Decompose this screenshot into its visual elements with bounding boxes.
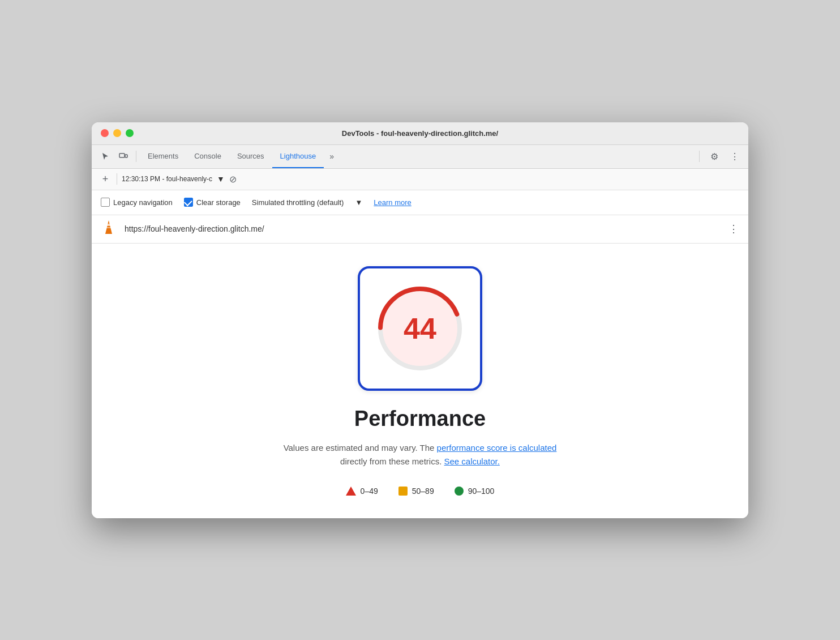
tabs-right-icons: ⚙ ⋮ <box>696 147 744 165</box>
description-text-start: Values are estimated and may vary. The <box>284 443 437 453</box>
legend-range-green: 90–100 <box>468 487 495 496</box>
tab-separator-2 <box>699 151 700 162</box>
svg-rect-0 <box>119 153 125 157</box>
performance-description: Values are estimated and may vary. The p… <box>284 441 557 468</box>
url-more-button[interactable]: ⋮ <box>728 223 739 235</box>
orange-square-icon <box>398 487 408 496</box>
audit-timestamp: 12:30:13 PM - foul-heavenly-c <box>122 175 212 183</box>
performance-score-link[interactable]: performance score is calculated <box>437 443 557 453</box>
tabs-overflow-button[interactable]: » <box>324 152 340 161</box>
description-text-mid: directly from these metrics. <box>340 456 444 466</box>
legend-item-green: 90–100 <box>455 487 495 496</box>
legacy-navigation-checkbox[interactable]: Legacy navigation <box>101 198 173 207</box>
score-gauge-container: 44 <box>358 266 482 391</box>
svg-rect-4 <box>106 227 111 228</box>
cursor-icon[interactable] <box>96 147 114 165</box>
red-triangle-icon <box>346 487 356 496</box>
score-gauge: 44 <box>358 266 482 391</box>
legend-range-orange: 50–89 <box>412 487 434 496</box>
device-toggle-icon[interactable] <box>114 147 132 165</box>
legend-range-red: 0–49 <box>361 487 378 496</box>
devtools-window: DevTools - foul-heavenly-direction.glitc… <box>92 122 748 518</box>
title-bar: DevTools - foul-heavenly-direction.glitc… <box>92 122 748 145</box>
score-legend: 0–49 50–89 90–100 <box>346 487 495 496</box>
see-calculator-link[interactable]: See calculator. <box>444 456 499 466</box>
toolbar-separator <box>117 173 117 185</box>
main-content: 44 Performance Values are estimated and … <box>92 244 748 518</box>
throttling-label: Simulated throttling (default) <box>252 198 344 207</box>
url-row: https://foul-heavenly-direction.glitch.m… <box>92 215 748 244</box>
add-audit-button[interactable]: + <box>98 173 112 185</box>
svg-rect-3 <box>107 224 110 226</box>
performance-title: Performance <box>354 407 486 431</box>
lighthouse-logo-icon <box>101 219 117 238</box>
traffic-lights <box>101 129 134 137</box>
maximize-button[interactable] <box>126 129 134 137</box>
clear-storage-checkbox[interactable]: Clear storage <box>184 198 241 207</box>
audit-url: https://foul-heavenly-direction.glitch.m… <box>125 224 721 233</box>
devtools-tabs-bar: Elements Console Sources Lighthouse » ⚙ … <box>92 145 748 169</box>
tab-elements[interactable]: Elements <box>140 144 186 168</box>
tab-console[interactable]: Console <box>186 144 229 168</box>
legend-item-orange: 50–89 <box>398 487 434 496</box>
toolbar-row: + 12:30:13 PM - foul-heavenly-c ▼ ⊘ <box>92 169 748 190</box>
audit-dropdown-button[interactable]: ▼ <box>217 174 225 184</box>
window-title: DevTools - foul-heavenly-direction.glitc… <box>342 129 498 138</box>
block-requests-icon[interactable]: ⊘ <box>229 174 237 185</box>
clear-storage-label: Clear storage <box>196 198 241 207</box>
green-circle-icon <box>455 487 464 496</box>
score-circle: 44 <box>375 283 465 374</box>
learn-more-link[interactable]: Learn more <box>374 198 411 207</box>
legacy-nav-checkbox-box[interactable] <box>101 198 110 207</box>
legacy-nav-label: Legacy navigation <box>113 198 173 207</box>
clear-storage-checkbox-box[interactable] <box>184 198 193 207</box>
tab-separator-1 <box>136 151 136 162</box>
legend-item-red: 0–49 <box>346 487 378 496</box>
options-row: Legacy navigation Clear storage Simulate… <box>92 190 748 215</box>
more-vert-icon[interactable]: ⋮ <box>726 147 744 165</box>
tab-lighthouse[interactable]: Lighthouse <box>272 144 324 168</box>
svg-rect-1 <box>125 155 127 157</box>
throttling-dropdown-button[interactable]: ▼ <box>355 198 362 207</box>
tab-sources[interactable]: Sources <box>229 144 272 168</box>
settings-icon[interactable]: ⚙ <box>705 147 723 165</box>
score-value: 44 <box>404 312 436 345</box>
close-button[interactable] <box>101 129 109 137</box>
minimize-button[interactable] <box>113 129 121 137</box>
